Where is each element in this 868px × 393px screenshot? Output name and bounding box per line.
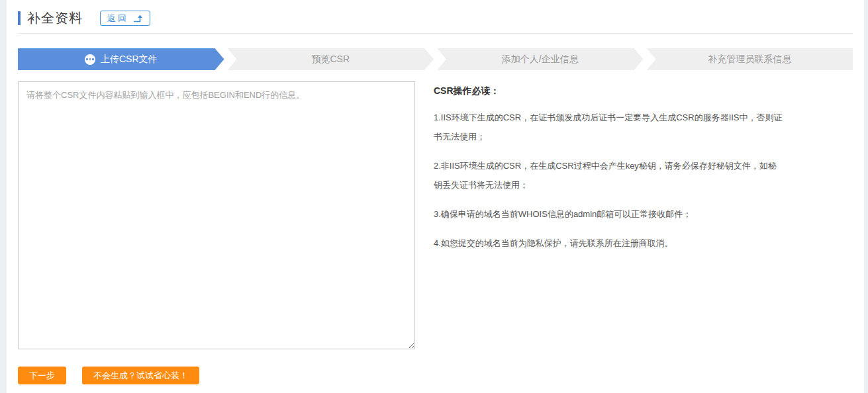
step-label: 预览CSR: [311, 54, 350, 66]
title-wrap: 补全资料: [18, 9, 83, 27]
csr-content-input[interactable]: [18, 81, 415, 349]
easy-install-button[interactable]: 不会生成？试试省心装！: [82, 367, 199, 384]
step-add-info: 添加个人/企业信息: [437, 48, 644, 70]
step-wizard: 上传CSR文件 预览CSR 添加个人/企业信息 补充管理员联系信息: [18, 48, 853, 70]
return-arrow-icon: [133, 15, 143, 22]
next-step-button[interactable]: 下一步: [18, 367, 66, 384]
notice-item-3: 3.确保申请的域名当前WHOIS信息的admin邮箱可以正常接收邮件；: [434, 204, 853, 224]
step-upload-csr: 上传CSR文件: [18, 48, 224, 70]
notice-item-1: 1.IIS环境下生成的CSR，在证书颁发成功后证书一定要导入生成CSR的服务器I…: [434, 108, 853, 146]
notice-title: CSR操作必读：: [434, 85, 853, 97]
content-panel: 补全资料 返回 上传CSR文件 预览CSR 添加个人/企业信息 补充管理员联系信…: [7, 0, 864, 393]
action-bar: 下一步 不会生成？试试省心装！: [18, 367, 853, 384]
main-area: CSR操作必读： 1.IIS环境下生成的CSR，在证书颁发成功后证书一定要导入生…: [18, 81, 853, 349]
step-label: 添加个人/企业信息: [502, 54, 579, 66]
page-title: 补全资料: [27, 9, 83, 27]
step-admin-contact: 补充管理员联系信息: [647, 48, 853, 70]
page-header: 补全资料 返回: [18, 0, 853, 34]
title-accent-bar: [18, 11, 21, 25]
notice-item-4: 4.如您提交的域名当前为隐私保护，请先联系所在注册商取消。: [434, 234, 853, 253]
step-label: 补充管理员联系信息: [708, 54, 791, 66]
ellipsis-icon: [85, 54, 95, 65]
step-label: 上传CSR文件: [101, 54, 158, 66]
back-button[interactable]: 返回: [100, 11, 150, 26]
notice-item-2: 2.非IIS环境生成的CSR，在生成CSR过程中会产生key秘钥，请务必保存好秘…: [434, 156, 853, 195]
back-button-label: 返回: [107, 13, 128, 24]
step-preview-csr: 预览CSR: [228, 48, 434, 70]
csr-notice: CSR操作必读： 1.IIS环境下生成的CSR，在证书颁发成功后证书一定要导入生…: [434, 81, 853, 349]
